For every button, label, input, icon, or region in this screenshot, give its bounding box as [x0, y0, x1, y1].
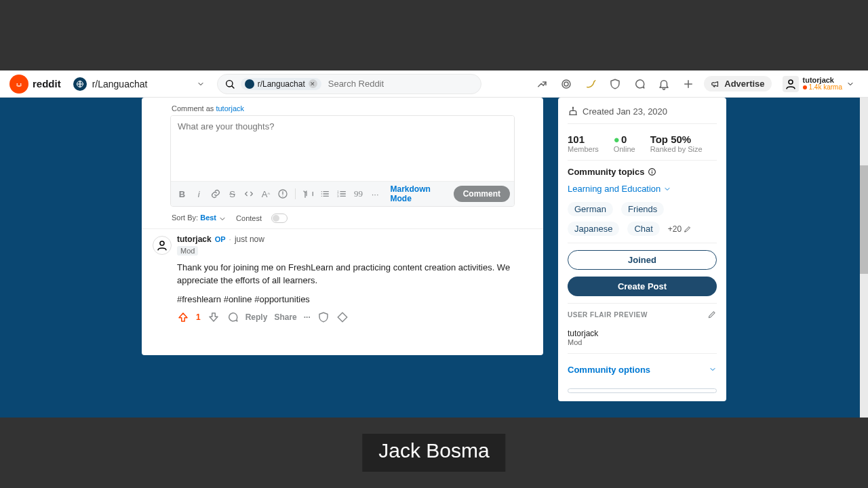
sort-label[interactable]: Sort By: Best: [172, 214, 226, 222]
community-topics-heading: Community topics: [568, 167, 717, 177]
svg-point-15: [160, 241, 164, 245]
topic-pill[interactable]: German: [568, 202, 613, 216]
comment-as-label: Comment as tutorjack: [142, 104, 543, 115]
svg-point-6: [564, 82, 568, 86]
more-formatting-button[interactable]: ···: [368, 186, 382, 202]
notifications-icon[interactable]: [655, 75, 673, 93]
submit-comment-button[interactable]: Comment: [454, 186, 510, 202]
more-topics[interactable]: +20: [668, 222, 692, 236]
community-name: r/Languachat: [92, 79, 148, 89]
italic-button[interactable]: i: [192, 186, 206, 202]
superscript-button[interactable]: A^: [259, 186, 273, 202]
letterbox-bottom: Jack Bosma: [0, 418, 868, 488]
chat-icon[interactable]: [631, 75, 648, 93]
advertise-button[interactable]: Advertise: [704, 76, 771, 92]
reddit-icon: [9, 75, 28, 94]
comment-avatar-icon[interactable]: [153, 236, 172, 255]
comment-as-user-link[interactable]: tutorjack: [216, 104, 244, 113]
community-selector[interactable]: r/Languachat: [68, 75, 210, 94]
pencil-icon[interactable]: [707, 310, 717, 319]
search-input[interactable]: [327, 78, 474, 89]
upvote-button[interactable]: [177, 311, 189, 323]
header-karma: 1.4k karma: [803, 84, 842, 91]
reply-icon[interactable]: [226, 311, 239, 323]
inline-code-button[interactable]: [242, 186, 256, 202]
contest-label: Contest: [236, 214, 262, 222]
op-badge: OP: [215, 235, 226, 243]
search-bar[interactable]: r/Languachat ✕: [217, 74, 481, 94]
search-icon: [224, 79, 235, 89]
members-count: 101: [568, 134, 599, 145]
chevron-down-icon: [218, 215, 226, 223]
topic-pill[interactable]: Japanese: [568, 222, 619, 236]
link-button[interactable]: [208, 186, 222, 202]
rank-value: Top 50%: [650, 134, 703, 145]
heading-button[interactable]: [301, 186, 315, 202]
mod-badge: Mod: [177, 246, 198, 256]
primary-topic-link[interactable]: Learning and Education: [568, 184, 717, 194]
svg-point-7: [789, 80, 793, 84]
vertical-scrollbar[interactable]: [860, 98, 868, 418]
comment-body-text: Thank you for joining me on FreshLearn a…: [177, 262, 532, 287]
community-icon: [73, 77, 87, 91]
chevron-down-icon: [709, 365, 717, 373]
bold-button[interactable]: B: [175, 186, 189, 202]
diamond-icon[interactable]: [336, 311, 349, 323]
top-header: reddit r/Languachat r/Languachat ✕: [0, 70, 868, 98]
comment-actions: 1 Reply Share ···: [177, 311, 532, 323]
svg-text:3: 3: [337, 195, 339, 198]
members-label: Members: [568, 145, 599, 153]
reddit-logo[interactable]: reddit: [9, 75, 61, 94]
page-body: Comment as tutorjack B i S A^ 123 99: [0, 98, 868, 418]
strike-button[interactable]: S: [225, 186, 239, 202]
comment-item: tutorjack OP · just now Mod Thank you fo…: [142, 235, 543, 323]
pencil-icon: [684, 225, 692, 233]
sidebar-next-card-peek: [568, 388, 717, 393]
app-window: reddit r/Languachat r/Languachat ✕: [0, 70, 868, 418]
comment-editor: B i S A^ 123 99 ··· Markdown Mode Commen…: [170, 115, 515, 207]
user-avatar-icon: [783, 76, 799, 92]
popular-icon[interactable]: [533, 75, 551, 93]
scrollbar-thumb[interactable]: [860, 165, 868, 274]
chevron-down-icon: [197, 80, 205, 88]
user-menu[interactable]: tutorjack 1.4k karma: [778, 75, 859, 94]
info-icon[interactable]: [648, 167, 656, 176]
mod-shield-icon[interactable]: [317, 311, 330, 323]
letterbox-top: [0, 0, 868, 70]
online-label: Online: [614, 145, 635, 153]
spoiler-button[interactable]: [275, 186, 290, 202]
chip-community-icon: [245, 79, 254, 89]
joined-button[interactable]: Joined: [568, 250, 717, 270]
comment-score: 1: [196, 312, 201, 322]
topic-pill[interactable]: Friends: [621, 202, 664, 216]
community-options-toggle[interactable]: Community options: [568, 361, 717, 379]
rank-label: Ranked by Size: [650, 145, 703, 153]
chip-clear-icon[interactable]: ✕: [309, 79, 317, 88]
topic-pill[interactable]: Chat: [627, 222, 659, 236]
quote-button[interactable]: 99: [351, 186, 366, 202]
share-button[interactable]: Share: [274, 312, 296, 322]
premium-banana-icon[interactable]: [582, 75, 599, 93]
shield-icon[interactable]: [606, 75, 624, 93]
create-post-button[interactable]: Create Post: [568, 277, 717, 296]
comment-author[interactable]: tutorjack: [177, 235, 212, 244]
comment-textarea[interactable]: [171, 116, 514, 178]
post-card: Comment as tutorjack B i S A^ 123 99: [142, 98, 543, 355]
downvote-button[interactable]: [208, 311, 220, 323]
svg-point-5: [562, 80, 570, 88]
svg-point-1: [16, 83, 18, 85]
markdown-mode-link[interactable]: Markdown Mode: [385, 184, 451, 203]
bullet-list-button[interactable]: [318, 186, 332, 202]
reply-button[interactable]: Reply: [245, 312, 268, 322]
search-scope-chip[interactable]: r/Languachat ✕: [241, 78, 321, 90]
comment-header: tutorjack OP · just now: [177, 235, 532, 244]
editor-toolbar: B i S A^ 123 99 ··· Markdown Mode Commen…: [171, 181, 514, 206]
create-post-icon[interactable]: [679, 75, 697, 93]
more-actions-button[interactable]: ···: [304, 312, 311, 322]
megaphone-icon: [711, 79, 720, 89]
contest-toggle[interactable]: [271, 214, 288, 223]
svg-point-2: [20, 83, 22, 85]
number-list-button[interactable]: 123: [334, 186, 349, 202]
community-created: Created Jan 23, 2020: [568, 106, 717, 117]
coin-icon[interactable]: [557, 75, 575, 93]
